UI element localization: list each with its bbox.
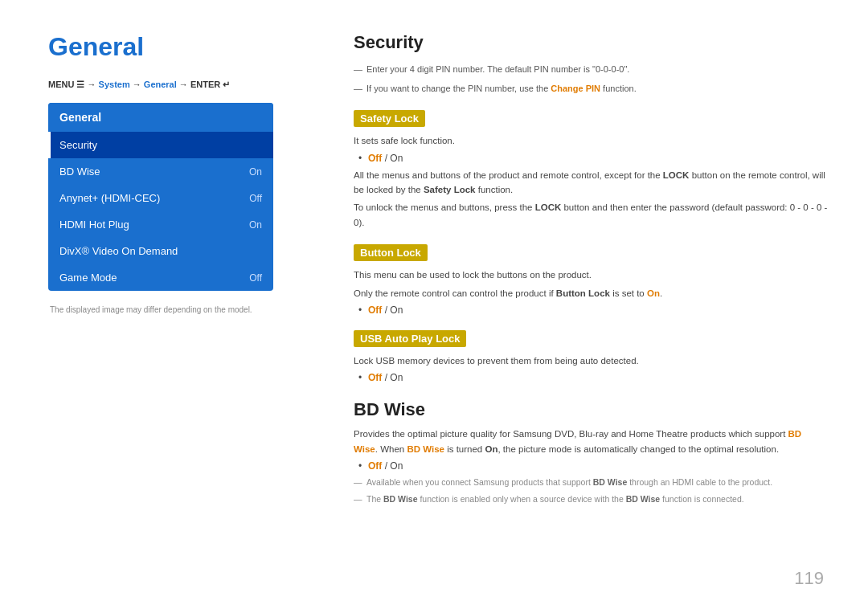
safety-lock-section: Safety Lock It sets safe lock function. … [354, 110, 828, 230]
security-desc1: Enter your 4 digit PIN number. The defau… [354, 63, 828, 77]
button-lock-section: Button Lock This menu can be used to loc… [354, 244, 828, 316]
safety-lock-desc1: It sets safe lock function. [354, 133, 828, 148]
nav-item-anynet[interactable]: Anynet+ (HDMI-CEC) Off [48, 185, 273, 211]
safety-lock-desc2: All the menus and buttons of the product… [354, 168, 828, 198]
footnote: The displayed image may differ depending… [48, 305, 297, 314]
nav-box: General Security BD Wise On Anynet+ (HDM… [48, 103, 273, 291]
bd-wise-title: BD Wise [354, 399, 828, 420]
nav-item-label: BD Wise [59, 166, 100, 178]
button-lock-desc2: Only the remote control can control the … [354, 286, 828, 300]
nav-item-label: Anynet+ (HDMI-CEC) [59, 192, 160, 204]
menu-path: MENU ☰ → System → General → ENTER ↵ [48, 80, 297, 90]
nav-item-label: Security [59, 139, 97, 151]
nav-item-value: On [249, 219, 262, 231]
bd-wise-desc1: Provides the optimal picture quality for… [354, 427, 828, 456]
usb-auto-bullet: Off / On [354, 372, 828, 383]
nav-item-value: On [249, 166, 262, 178]
nav-item-label: DivX® Video On Demand [59, 245, 178, 257]
security-title: Security [354, 32, 828, 53]
usb-auto-section: USB Auto Play Lock Lock USB memory devic… [354, 330, 828, 383]
page-number: 119 [794, 568, 824, 589]
nav-item-security[interactable]: Security [48, 132, 273, 158]
safety-lock-bullet: Off / On [354, 153, 828, 164]
safety-lock-title: Safety Lock [354, 110, 425, 127]
nav-item-label: Game Mode [59, 272, 117, 284]
left-panel: General MENU ☰ → System → General → ENTE… [48, 32, 321, 581]
nav-item-value: Off [249, 272, 262, 284]
bd-wise-note2: The BD Wise function is enabled only whe… [354, 492, 828, 506]
usb-auto-title: USB Auto Play Lock [354, 330, 466, 347]
nav-item-game-mode[interactable]: Game Mode Off [48, 264, 273, 291]
right-panel: Security Enter your 4 digit PIN number. … [321, 32, 828, 581]
bd-wise-bullet: Off / On [354, 460, 828, 472]
nav-item-value: Off [249, 193, 262, 204]
nav-item-divx[interactable]: DivX® Video On Demand [48, 238, 273, 264]
bd-wise-note1: Available when you connect Samsung produ… [354, 476, 828, 489]
nav-header: General [48, 103, 273, 132]
security-desc2: If you want to change the PIN number, us… [354, 82, 828, 96]
button-lock-bullet: Off / On [354, 304, 828, 316]
button-lock-desc1: This menu can be used to lock the button… [354, 268, 828, 282]
usb-auto-desc1: Lock USB memory devices to prevent them … [354, 353, 828, 368]
safety-lock-desc3: To unlock the menus and buttons, press t… [354, 200, 828, 230]
nav-item-hdmi-hot-plug[interactable]: HDMI Hot Plug On [48, 211, 273, 238]
page-title: General [48, 32, 297, 62]
button-lock-title: Button Lock [354, 244, 428, 261]
nav-item-bdwise[interactable]: BD Wise On [48, 158, 273, 185]
nav-item-label: HDMI Hot Plug [59, 219, 129, 231]
